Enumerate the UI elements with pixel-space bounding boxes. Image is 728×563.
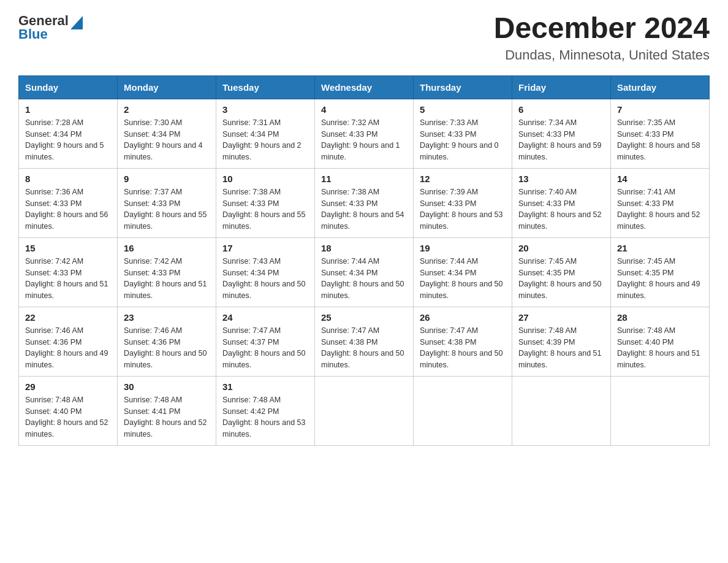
table-row: 24 Sunrise: 7:47 AMSunset: 4:37 PMDaylig… — [216, 307, 315, 376]
day-info: Sunrise: 7:48 AMSunset: 4:41 PMDaylight:… — [124, 394, 210, 440]
calendar-table: Sunday Monday Tuesday Wednesday Thursday… — [18, 75, 710, 446]
day-info: Sunrise: 7:44 AMSunset: 4:34 PMDaylight:… — [420, 256, 506, 302]
day-info: Sunrise: 7:47 AMSunset: 4:38 PMDaylight:… — [321, 325, 407, 371]
table-row: 17 Sunrise: 7:43 AMSunset: 4:34 PMDaylig… — [216, 237, 315, 307]
day-number: 8 — [25, 174, 111, 184]
day-info: Sunrise: 7:42 AMSunset: 4:33 PMDaylight:… — [25, 256, 111, 302]
day-number: 26 — [420, 312, 506, 323]
day-info: Sunrise: 7:44 AMSunset: 4:34 PMDaylight:… — [321, 256, 407, 302]
logo-arrow-icon — [70, 13, 83, 29]
day-info: Sunrise: 7:43 AMSunset: 4:34 PMDaylight:… — [222, 256, 308, 302]
day-number: 30 — [124, 381, 210, 392]
header-wednesday: Wednesday — [315, 75, 414, 99]
table-row: 19 Sunrise: 7:44 AMSunset: 4:34 PMDaylig… — [414, 237, 512, 307]
day-number: 29 — [25, 381, 111, 392]
calendar-week-row: 22 Sunrise: 7:46 AMSunset: 4:36 PMDaylig… — [19, 307, 710, 376]
header-thursday: Thursday — [414, 75, 512, 99]
day-number: 6 — [518, 104, 604, 115]
day-number: 2 — [124, 104, 210, 115]
day-number: 19 — [420, 243, 506, 253]
day-number: 28 — [617, 312, 703, 323]
table-row: 22 Sunrise: 7:46 AMSunset: 4:36 PMDaylig… — [19, 307, 118, 376]
table-row: 28 Sunrise: 7:48 AMSunset: 4:40 PMDaylig… — [611, 307, 710, 376]
day-info: Sunrise: 7:38 AMSunset: 4:33 PMDaylight:… — [321, 186, 407, 232]
title-block: December 2024 Dundas, Minnesota, United … — [494, 12, 710, 63]
day-info: Sunrise: 7:40 AMSunset: 4:33 PMDaylight:… — [518, 186, 604, 232]
day-info: Sunrise: 7:31 AMSunset: 4:34 PMDaylight:… — [222, 117, 308, 163]
day-info: Sunrise: 7:48 AMSunset: 4:39 PMDaylight:… — [518, 325, 604, 371]
day-number: 20 — [518, 243, 604, 253]
table-row: 30 Sunrise: 7:48 AMSunset: 4:41 PMDaylig… — [118, 376, 216, 445]
day-info: Sunrise: 7:33 AMSunset: 4:33 PMDaylight:… — [420, 117, 506, 163]
table-row: 23 Sunrise: 7:46 AMSunset: 4:36 PMDaylig… — [118, 307, 216, 376]
day-info: Sunrise: 7:45 AMSunset: 4:35 PMDaylight:… — [617, 256, 703, 302]
day-number: 18 — [321, 243, 407, 253]
day-info: Sunrise: 7:48 AMSunset: 4:42 PMDaylight:… — [222, 394, 308, 440]
day-number: 14 — [617, 174, 703, 184]
day-info: Sunrise: 7:42 AMSunset: 4:33 PMDaylight:… — [124, 256, 210, 302]
table-row: 4 Sunrise: 7:32 AMSunset: 4:33 PMDayligh… — [315, 99, 414, 168]
table-row: 21 Sunrise: 7:45 AMSunset: 4:35 PMDaylig… — [611, 237, 710, 307]
day-number: 12 — [420, 174, 506, 184]
calendar-title: December 2024 — [494, 12, 710, 45]
table-row: 16 Sunrise: 7:42 AMSunset: 4:33 PMDaylig… — [118, 237, 216, 307]
weekday-header-row: Sunday Monday Tuesday Wednesday Thursday… — [19, 75, 710, 99]
header-tuesday: Tuesday — [216, 75, 315, 99]
day-number: 3 — [222, 104, 308, 115]
table-row — [611, 376, 710, 445]
day-info: Sunrise: 7:36 AMSunset: 4:33 PMDaylight:… — [25, 186, 111, 232]
table-row: 1 Sunrise: 7:28 AMSunset: 4:34 PMDayligh… — [19, 99, 118, 168]
day-info: Sunrise: 7:45 AMSunset: 4:35 PMDaylight:… — [518, 256, 604, 302]
day-number: 7 — [617, 104, 703, 115]
day-number: 11 — [321, 174, 407, 184]
day-number: 21 — [617, 243, 703, 253]
day-info: Sunrise: 7:48 AMSunset: 4:40 PMDaylight:… — [617, 325, 703, 371]
day-info: Sunrise: 7:48 AMSunset: 4:40 PMDaylight:… — [25, 394, 111, 440]
table-row: 26 Sunrise: 7:47 AMSunset: 4:38 PMDaylig… — [414, 307, 512, 376]
calendar-week-row: 15 Sunrise: 7:42 AMSunset: 4:33 PMDaylig… — [19, 237, 710, 307]
calendar-week-row: 1 Sunrise: 7:28 AMSunset: 4:34 PMDayligh… — [19, 99, 710, 168]
day-number: 13 — [518, 174, 604, 184]
day-info: Sunrise: 7:39 AMSunset: 4:33 PMDaylight:… — [420, 186, 506, 232]
day-number: 4 — [321, 104, 407, 115]
table-row: 6 Sunrise: 7:34 AMSunset: 4:33 PMDayligh… — [512, 99, 611, 168]
day-info: Sunrise: 7:37 AMSunset: 4:33 PMDaylight:… — [124, 186, 210, 232]
header-monday: Monday — [118, 75, 216, 99]
table-row: 13 Sunrise: 7:40 AMSunset: 4:33 PMDaylig… — [512, 168, 611, 237]
table-row — [414, 376, 512, 445]
day-number: 22 — [25, 312, 111, 323]
page-header: General Blue December 2024 Dundas, Minne… — [18, 12, 710, 63]
table-row: 12 Sunrise: 7:39 AMSunset: 4:33 PMDaylig… — [414, 168, 512, 237]
day-number: 17 — [222, 243, 308, 253]
logo: General Blue — [18, 12, 83, 42]
table-row: 2 Sunrise: 7:30 AMSunset: 4:34 PMDayligh… — [118, 99, 216, 168]
header-friday: Friday — [512, 75, 611, 99]
table-row: 5 Sunrise: 7:33 AMSunset: 4:33 PMDayligh… — [414, 99, 512, 168]
calendar-week-row: 8 Sunrise: 7:36 AMSunset: 4:33 PMDayligh… — [19, 168, 710, 237]
table-row: 27 Sunrise: 7:48 AMSunset: 4:39 PMDaylig… — [512, 307, 611, 376]
day-info: Sunrise: 7:28 AMSunset: 4:34 PMDaylight:… — [25, 117, 111, 163]
logo-text-blue: Blue — [18, 27, 48, 42]
table-row: 14 Sunrise: 7:41 AMSunset: 4:33 PMDaylig… — [611, 168, 710, 237]
table-row: 11 Sunrise: 7:38 AMSunset: 4:33 PMDaylig… — [315, 168, 414, 237]
table-row: 31 Sunrise: 7:48 AMSunset: 4:42 PMDaylig… — [216, 376, 315, 445]
day-info: Sunrise: 7:46 AMSunset: 4:36 PMDaylight:… — [25, 325, 111, 371]
table-row: 9 Sunrise: 7:37 AMSunset: 4:33 PMDayligh… — [118, 168, 216, 237]
calendar-subtitle: Dundas, Minnesota, United States — [494, 47, 710, 63]
day-number: 24 — [222, 312, 308, 323]
table-row: 15 Sunrise: 7:42 AMSunset: 4:33 PMDaylig… — [19, 237, 118, 307]
day-info: Sunrise: 7:35 AMSunset: 4:33 PMDaylight:… — [617, 117, 703, 163]
day-number: 9 — [124, 174, 210, 184]
day-number: 31 — [222, 381, 308, 392]
table-row: 18 Sunrise: 7:44 AMSunset: 4:34 PMDaylig… — [315, 237, 414, 307]
day-info: Sunrise: 7:38 AMSunset: 4:33 PMDaylight:… — [222, 186, 308, 232]
day-info: Sunrise: 7:47 AMSunset: 4:37 PMDaylight:… — [222, 325, 308, 371]
day-number: 1 — [25, 104, 111, 115]
header-saturday: Saturday — [611, 75, 710, 99]
svg-marker-0 — [70, 16, 83, 29]
header-sunday: Sunday — [19, 75, 118, 99]
table-row — [512, 376, 611, 445]
day-number: 5 — [420, 104, 506, 115]
table-row: 10 Sunrise: 7:38 AMSunset: 4:33 PMDaylig… — [216, 168, 315, 237]
day-number: 16 — [124, 243, 210, 253]
